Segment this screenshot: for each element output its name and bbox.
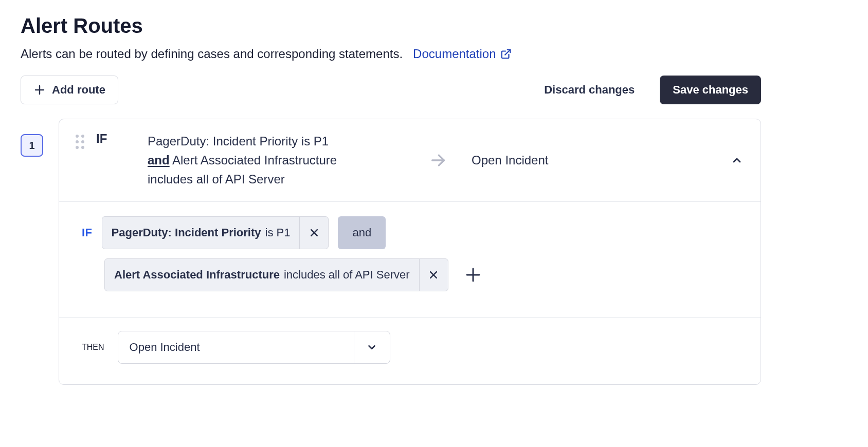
close-icon	[428, 270, 439, 280]
toolbar: Add route Discard changes Save changes	[21, 76, 761, 104]
documentation-link[interactable]: Documentation	[413, 47, 511, 61]
remove-condition-button[interactable]	[419, 259, 448, 291]
arrow-right-icon	[415, 152, 461, 169]
condition-rest: includes all of API Server	[284, 268, 410, 282]
route-then-body: THEN Open Incident	[59, 318, 761, 384]
condition-chip[interactable]: Alert Associated Infrastructure includes…	[104, 258, 448, 291]
plus-icon	[465, 267, 481, 283]
condition-rest: is P1	[265, 226, 291, 239]
header-action-summary: Open Incident	[472, 153, 717, 167]
chevron-down-icon	[366, 342, 377, 353]
header-if-label: IF	[96, 132, 137, 146]
condition-chip-text: PagerDuty: Incident Priority is P1	[102, 217, 300, 249]
header-condition-summary: PagerDuty: Incident Priority is P1 and A…	[148, 132, 405, 189]
body-then-label: THEN	[74, 343, 104, 352]
condition-chip-text: Alert Associated Infrastructure includes…	[105, 259, 419, 291]
header-cond-and: and	[148, 153, 170, 167]
select-caret	[354, 331, 390, 363]
body-if-label: IF	[82, 226, 93, 239]
operator-label: and	[352, 226, 371, 239]
add-route-label: Add route	[52, 83, 105, 97]
condition-field: PagerDuty: Incident Priority	[112, 226, 261, 239]
add-condition-button[interactable]	[463, 265, 483, 285]
collapse-toggle[interactable]	[728, 151, 746, 170]
plus-icon	[33, 84, 46, 96]
subtitle-text: Alerts can be routed by defining cases a…	[21, 47, 403, 61]
route-header: IF PagerDuty: Incident Priority is P1 an…	[59, 119, 761, 202]
discard-changes-button[interactable]: Discard changes	[531, 76, 647, 104]
header-cond-line1: PagerDuty: Incident Priority is P1	[148, 134, 329, 148]
chevron-up-icon	[731, 154, 743, 166]
remove-condition-button[interactable]	[299, 217, 328, 249]
route-number-badge: 1	[21, 134, 43, 157]
page-title: Alert Routes	[21, 14, 761, 38]
then-action-select[interactable]: Open Incident	[118, 331, 390, 364]
save-changes-button[interactable]: Save changes	[660, 76, 761, 104]
condition-field: Alert Associated Infrastructure	[114, 268, 280, 282]
add-route-button[interactable]: Add route	[21, 76, 118, 104]
save-changes-label: Save changes	[673, 83, 748, 97]
svg-line-0	[505, 50, 510, 55]
external-link-icon	[500, 48, 512, 60]
header-cond-line2a: Alert Associated Infrastructure	[170, 153, 337, 167]
discard-changes-label: Discard changes	[544, 83, 635, 97]
condition-chip[interactable]: PagerDuty: Incident Priority is P1	[102, 216, 329, 249]
header-cond-line3: includes all of API Server	[148, 172, 285, 186]
subtitle: Alerts can be routed by defining cases a…	[21, 47, 761, 61]
close-icon	[309, 228, 319, 238]
route-card: IF PagerDuty: Incident Priority is P1 an…	[59, 119, 761, 385]
then-action-value: Open Incident	[118, 341, 354, 354]
route-conditions-body: IF PagerDuty: Incident Priority is P1	[59, 202, 761, 318]
documentation-link-label: Documentation	[413, 47, 496, 61]
operator-chip[interactable]: and	[338, 216, 386, 249]
drag-handle-icon[interactable]	[74, 134, 86, 150]
